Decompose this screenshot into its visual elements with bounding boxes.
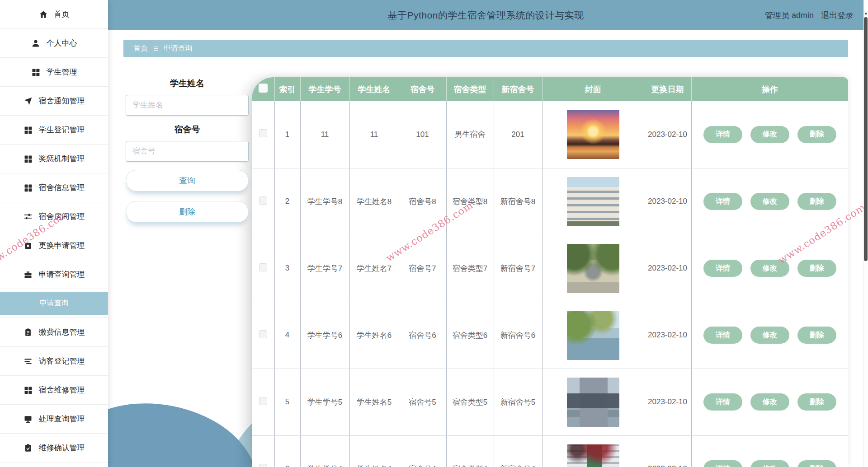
cell-index: 3 <box>274 235 300 302</box>
edit-button[interactable]: 修改 <box>750 460 789 467</box>
sidebar-item-10[interactable]: 申请查询 <box>0 289 108 318</box>
cell-new_dorm_no: 201 <box>494 101 542 168</box>
delete-button[interactable]: 删除 <box>797 460 836 467</box>
row-checkbox[interactable] <box>259 330 267 338</box>
select-all-header-cell <box>252 77 274 101</box>
cell-student_name: 学生姓名5 <box>349 369 399 435</box>
sidebar-item-6[interactable]: 宿舍信息管理 <box>0 173 108 202</box>
delete-button[interactable]: 删除 <box>797 193 836 210</box>
cell-dorm_type: 宿舍类型5 <box>446 369 494 435</box>
detail-button[interactable]: 详情 <box>703 126 742 143</box>
select-all-checkbox[interactable] <box>259 84 268 93</box>
sidebar-item-label: 宿舍信息管理 <box>39 182 85 193</box>
sidebar-item-label: 学生管理 <box>47 67 77 77</box>
sidebar-item-13[interactable]: 宿舍维修管理 <box>0 376 108 405</box>
briefcase-icon <box>24 270 33 279</box>
sidebar-item-8[interactable]: 更换申请管理 <box>0 231 108 260</box>
sidebar-active-item-label: 申请查询 <box>0 292 108 315</box>
sidebar-item-11[interactable]: 缴费信息管理 <box>0 318 108 347</box>
cell-new_dorm_no: 新宿舍号6 <box>494 302 542 369</box>
cell-dorm_type: 宿舍类型6 <box>446 302 494 369</box>
cell-new_dorm_no: 新宿舍号7 <box>494 235 542 302</box>
cell-new_dorm_no: 新宿舍号8 <box>494 168 542 235</box>
grid-icon <box>24 154 33 163</box>
sidebar-item-7[interactable]: 宿舍房间管理 <box>0 202 108 231</box>
sidebar-item-label: 访客登记管理 <box>39 356 85 366</box>
sidebar-item-3[interactable]: 宿舍通知管理 <box>0 87 108 116</box>
cell-date: 2023-02-10 <box>644 369 691 435</box>
cell-dorm_no: 宿舍号5 <box>399 369 446 435</box>
detail-button[interactable]: 详情 <box>703 260 742 277</box>
student-name-input[interactable] <box>126 95 249 116</box>
cell-index: 5 <box>274 369 300 435</box>
row-checkbox[interactable] <box>259 129 267 137</box>
home-icon <box>39 10 48 19</box>
wave-decoration <box>108 397 262 467</box>
table-header-row: 索引学生学号学生姓名宿舍号宿舍类型新宿舍号封面更换日期操作 <box>252 77 848 101</box>
dorm-no-input[interactable] <box>126 141 249 162</box>
scrollbar-track[interactable]: ▲ <box>863 0 868 467</box>
cell-student_id: 学生学号8 <box>300 168 349 235</box>
row-checkbox[interactable] <box>259 263 267 271</box>
column-header: 封面 <box>542 77 644 101</box>
cell-student_id: 学生学号4 <box>300 435 349 467</box>
current-user-label: 管理员 admin <box>765 10 814 21</box>
cell-actions: 详情修改删除 <box>691 302 848 369</box>
sidebar-item-label: 申请查询管理 <box>39 269 85 280</box>
user-box: 管理员 admin 退出登录 <box>765 0 854 30</box>
sidebar-item-0[interactable]: 首页 <box>0 0 108 29</box>
cell-student_name: 学生姓名4 <box>349 435 399 467</box>
cell-index: 4 <box>274 302 300 369</box>
sidebar-item-label: 缴费信息管理 <box>39 327 85 337</box>
scrollbar-up-arrow[interactable]: ▲ <box>864 11 868 15</box>
user-icon <box>31 39 40 48</box>
sidebar-item-9[interactable]: 申请查询管理 <box>0 260 108 289</box>
table-body: 11111101男生宿舍2012023-02-10详情修改删除2学生学号8学生姓… <box>252 101 848 467</box>
results-table: 索引学生学号学生姓名宿舍号宿舍类型新宿舍号封面更换日期操作 11111101男生… <box>252 77 848 467</box>
sidebar-item-15[interactable]: 维修确认管理 <box>0 434 108 462</box>
detail-button[interactable]: 详情 <box>703 327 742 344</box>
sidebar-item-1[interactable]: 个人中心 <box>0 29 108 58</box>
delete-button[interactable]: 删除 <box>797 260 836 277</box>
sidebar-item-2[interactable]: 学生管理 <box>0 58 108 87</box>
sidebar-item-14[interactable]: 处理查询管理 <box>0 405 108 434</box>
logout-link[interactable]: 退出登录 <box>821 10 854 21</box>
detail-button[interactable]: 详情 <box>703 460 742 467</box>
delete-selected-button[interactable]: 删除 <box>126 201 249 223</box>
column-header: 宿舍类型 <box>446 77 494 101</box>
delete-button[interactable]: 删除 <box>797 393 836 411</box>
row-checkbox[interactable] <box>259 196 267 205</box>
detail-button[interactable]: 详情 <box>703 393 742 411</box>
sidebar-item-5[interactable]: 奖惩机制管理 <box>0 145 108 173</box>
edit-button[interactable]: 修改 <box>750 193 789 210</box>
grid-icon <box>24 126 33 135</box>
row-checkbox[interactable] <box>259 397 267 405</box>
cell-dorm_type: 宿舍类型8 <box>446 168 494 235</box>
cell-dorm_no: 101 <box>399 101 446 168</box>
detail-button[interactable]: 详情 <box>703 193 742 210</box>
sidebar-item-label: 宿舍房间管理 <box>39 211 85 222</box>
delete-button[interactable]: 删除 <box>797 126 836 143</box>
sidebar-item-12[interactable]: 访客登记管理 <box>0 347 108 376</box>
sidebar-item-label: 个人中心 <box>47 38 77 48</box>
edit-button[interactable]: 修改 <box>750 126 789 143</box>
table-row: 2学生学号8学生姓名8宿舍号8宿舍类型8新宿舍号82023-02-10详情修改删… <box>252 168 848 235</box>
wave-dark-shape <box>108 403 255 467</box>
breadcrumb-current: 申请查询 <box>164 44 193 53</box>
send-icon <box>24 97 33 106</box>
edit-button[interactable]: 修改 <box>750 327 789 344</box>
edit-button[interactable]: 修改 <box>750 260 789 277</box>
edit-button[interactable]: 修改 <box>750 393 789 411</box>
scrollbar-thumb[interactable] <box>864 17 868 261</box>
cell-student_id: 学生学号5 <box>300 369 349 435</box>
column-header: 索引 <box>274 77 300 101</box>
row-checkbox[interactable] <box>259 464 267 467</box>
table-row: 11111101男生宿舍2012023-02-10详情修改删除 <box>252 101 848 168</box>
breadcrumb-home-link[interactable]: 首页 <box>133 44 148 53</box>
grid-icon <box>24 183 33 192</box>
query-button[interactable]: 查询 <box>126 170 249 191</box>
delete-button[interactable]: 删除 <box>797 327 836 344</box>
cell-dorm_type: 男生宿舍 <box>446 101 494 168</box>
sidebar-item-4[interactable]: 学生登记管理 <box>0 116 108 145</box>
building-red-tree-cover-image <box>567 444 619 467</box>
